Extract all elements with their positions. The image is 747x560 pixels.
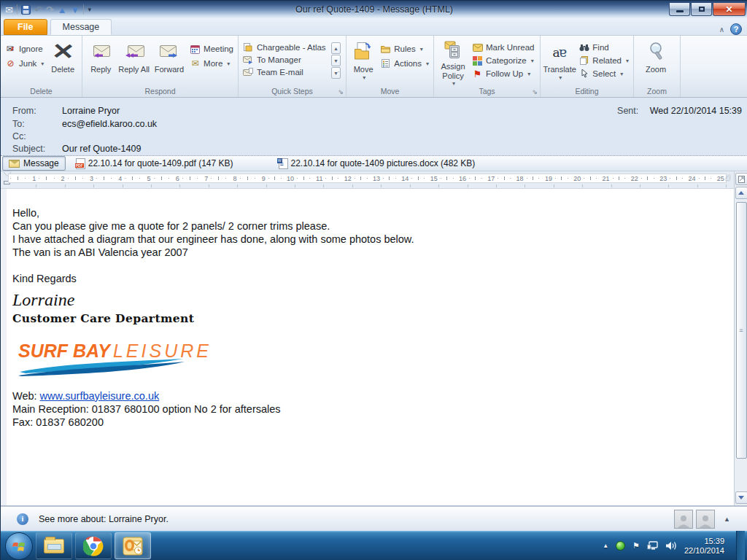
ruler-segment: 8: [209, 175, 238, 182]
attachments-bar: Message PDF 22.10.14 for quote-1409.pdf …: [1, 155, 747, 171]
scroll-up-button[interactable]: [735, 187, 747, 199]
quick-step-chargeable-atlas[interactable]: Chargeable - Atlas: [241, 42, 330, 53]
quick-step-team-email[interactable]: Team E-mail: [241, 66, 330, 78]
select-cursor-icon: [578, 69, 589, 79]
reply-envelope-icon: [91, 45, 110, 58]
translate-button[interactable]: aɐ Translate: [543, 38, 576, 85]
rules-folder-icon: [380, 44, 391, 54]
start-button[interactable]: [5, 532, 33, 560]
move-button[interactable]: Move: [349, 38, 378, 85]
avatar[interactable]: [674, 510, 693, 529]
ruler-segment: 22: [611, 175, 640, 182]
meeting-button[interactable]: Meeting: [187, 43, 236, 55]
find-button[interactable]: Find: [576, 42, 631, 53]
ruler-segment: 17: [468, 175, 496, 182]
ruler-segment: 2: [37, 175, 66, 182]
horizontal-ruler[interactable]: 1234567891011121314151617181920212223242…: [8, 174, 727, 183]
follow-up-button[interactable]: ⚑ Follow Up: [470, 68, 536, 79]
ignore-button[interactable]: ✉✗ Ignore: [3, 43, 46, 55]
select-button[interactable]: Select: [576, 68, 631, 79]
ruler-segment: 5: [123, 175, 152, 182]
categorize-button[interactable]: Categorize: [470, 55, 536, 66]
message-view-toggle[interactable]: Message: [2, 156, 66, 171]
explorer-icon: [44, 539, 64, 553]
scroll-down-button[interactable]: [735, 491, 747, 504]
group-tags: Assign Policy Mark Unread Categorize ⚑: [434, 36, 541, 97]
ruler-segment: 4: [95, 175, 123, 182]
zoom-button[interactable]: Zoom: [636, 38, 676, 85]
ruler-segment: 10: [267, 175, 295, 182]
clock-date: 22/10/2014: [684, 546, 724, 556]
categorize-icon: [472, 55, 483, 66]
rules-button[interactable]: Rules: [378, 43, 431, 55]
collapse-ribbon-icon[interactable]: ∧: [719, 26, 724, 34]
body-line: Hello,: [12, 206, 734, 219]
ruler-segment: 11: [295, 175, 324, 182]
help-icon[interactable]: ?: [730, 23, 742, 35]
dialog-launcher-icon[interactable]: ⇘: [338, 88, 344, 96]
word-file-icon: W≡: [279, 158, 288, 169]
more-respond-button[interactable]: ✉ More: [187, 58, 236, 69]
see-more-text: See more about: Lorraine Pryor.: [39, 514, 169, 524]
assign-policy-button[interactable]: Assign Policy: [436, 38, 470, 85]
volume-icon[interactable]: [666, 541, 677, 551]
dialog-launcher-icon[interactable]: ⇘: [532, 88, 538, 96]
taskbar: ▲ ⚑ 15:39 22/10/2014: [1, 531, 747, 560]
avatar[interactable]: [696, 510, 715, 529]
action-center-flag-icon[interactable]: ⚑: [632, 541, 640, 551]
close-button[interactable]: ✕: [713, 3, 746, 16]
message-body[interactable]: Hello, Can you please give me a quote fo…: [1, 189, 734, 505]
ribbon-tab-row: File Message ∧ ?: [1, 18, 747, 36]
clock-time: 15:39: [684, 537, 724, 546]
tab-file[interactable]: File: [4, 19, 47, 35]
taskbar-chrome-button[interactable]: [75, 532, 112, 559]
scroll-thumb[interactable]: ≡: [736, 202, 747, 459]
vertical-scrollbar[interactable]: ≡: [734, 171, 747, 505]
quick-step-to-manager[interactable]: To Manager: [241, 54, 330, 66]
tab-message[interactable]: Message: [50, 19, 112, 35]
forward-envelope-icon: [160, 45, 179, 58]
body-line: Can you please give me a quote for 2 pan…: [12, 219, 734, 233]
ruler-segment: 9: [239, 175, 267, 182]
delete-button[interactable]: ✕ Delete: [46, 38, 80, 85]
junk-icon: ⊘: [5, 58, 16, 69]
taskbar-outlook-button[interactable]: [115, 532, 151, 559]
ruler-segment: 13: [353, 175, 382, 182]
attachment-pdf[interactable]: PDF 22.10.14 for quote-1409.pdf (147 KB): [76, 158, 233, 169]
show-desktop-button[interactable]: [736, 531, 745, 560]
ribbon: ✉✗ Ignore ⊘ Junk ✕ Delete Delete Reply: [1, 36, 747, 98]
quick-steps-scroll-down[interactable]: ▼: [331, 55, 341, 66]
reply-button[interactable]: Reply: [85, 38, 117, 85]
scroll-track[interactable]: ≡: [735, 201, 747, 489]
quick-step-page-icon: [242, 42, 253, 52]
related-button[interactable]: Related: [576, 55, 631, 66]
quick-steps-scroll-up[interactable]: ▲: [331, 42, 341, 54]
zoom-magnifier-icon: [647, 42, 665, 61]
taskbar-explorer-button[interactable]: [36, 532, 72, 559]
restore-button[interactable]: [691, 3, 712, 16]
quick-step-envelope-page-icon: [242, 67, 253, 77]
fax-line: Fax: 01837 680200: [12, 416, 734, 429]
ruler-toggle-button[interactable]: [735, 173, 747, 185]
more-envelope-icon: ✉: [190, 58, 201, 69]
right-indent-icon: [725, 174, 729, 180]
quick-steps-more[interactable]: ▼̄: [331, 67, 341, 79]
sent-row: Sent: Wed 22/10/2014 15:39: [617, 106, 742, 116]
reply-all-button[interactable]: Reply All: [117, 38, 150, 85]
expand-people-pane-icon[interactable]: ▲: [724, 516, 730, 523]
tray-status-icon[interactable]: [616, 541, 625, 551]
junk-button[interactable]: ⊘ Junk: [3, 58, 46, 69]
people-pane: i See more about: Lorraine Pryor. ▲: [1, 505, 747, 531]
actions-button[interactable]: Actions: [378, 58, 431, 69]
surf-bay-leisure-logo: SURF BAYLEISURE: [18, 344, 187, 376]
group-delete: ✉✗ Ignore ⊘ Junk ✕ Delete Delete: [1, 36, 82, 97]
mark-unread-button[interactable]: Mark Unread: [470, 42, 536, 53]
minimize-button[interactable]: [669, 3, 690, 16]
group-move: Move Rules Actions Move: [347, 36, 434, 97]
website-link[interactable]: www.surfbayleisure.co.uk: [40, 390, 160, 402]
attachment-docx[interactable]: W≡ 22.10.14 for quote-1409 pictures.docx…: [279, 158, 476, 169]
tray-expand-icon[interactable]: ▲: [603, 542, 608, 549]
network-icon[interactable]: [647, 541, 659, 551]
taskbar-clock[interactable]: 15:39 22/10/2014: [684, 537, 729, 556]
forward-button[interactable]: Forward: [151, 38, 187, 85]
